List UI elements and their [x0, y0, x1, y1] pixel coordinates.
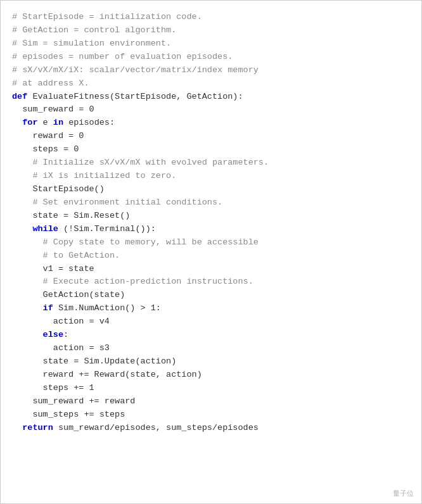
code-container: # StartEpisode = initialization code.# G…: [0, 0, 422, 504]
code-line: # Execute action-prediction instructions…: [12, 275, 410, 289]
code-line: # Initialize sX/vX/mX with evolved param…: [12, 156, 410, 170]
code-line: steps += 1: [12, 382, 410, 395]
code-line: if Sim.NumAction() > 1:: [12, 302, 410, 315]
code-line: v1 = state: [12, 263, 410, 276]
code-line: state = Sim.Reset(): [12, 210, 410, 223]
code-line: # StartEpisode = initialization code.: [12, 11, 410, 24]
code-line: GetAction(state): [12, 289, 410, 302]
code-line: # Set environment initial conditions.: [12, 196, 410, 210]
code-line: # sX/vX/mX/iX: scalar/vector/matrix/inde…: [12, 64, 410, 77]
code-line: else:: [12, 329, 410, 342]
code-line: sum_steps += steps: [12, 408, 410, 422]
code-line: # at address X.: [12, 77, 410, 91]
code-line: def EvaluateFitness(StartEpisode, GetAct…: [12, 91, 410, 104]
code-line: action = v4: [12, 315, 410, 329]
watermark: 量子位: [393, 489, 414, 498]
code-line: reward = 0: [12, 130, 410, 143]
code-line: sum_reward = 0: [12, 103, 410, 117]
code-line: # Sim = simulation environment.: [12, 37, 410, 51]
code-line: while (!Sim.Terminal()):: [12, 223, 410, 236]
code-line: state = Sim.Update(action): [12, 355, 410, 369]
code-line: # iX is initialized to zero.: [12, 170, 410, 183]
code-line: # episodes = number of evaluation episod…: [12, 51, 410, 64]
code-line: # Copy state to memory, will be accessib…: [12, 236, 410, 249]
code-line: return sum_reward/episodes, sum_steps/ep…: [12, 422, 410, 435]
code-line: reward += Reward(state, action): [12, 369, 410, 382]
code-line: StartEpisode(): [12, 183, 410, 196]
code-line: steps = 0: [12, 143, 410, 156]
code-line: # GetAction = control algorithm.: [12, 24, 410, 37]
code-block: # StartEpisode = initialization code.# G…: [12, 11, 410, 435]
code-line: sum_reward += reward: [12, 395, 410, 408]
code-line: action = s3: [12, 342, 410, 355]
code-line: for e in episodes:: [12, 117, 410, 130]
code-line: # to GetAction.: [12, 249, 410, 263]
